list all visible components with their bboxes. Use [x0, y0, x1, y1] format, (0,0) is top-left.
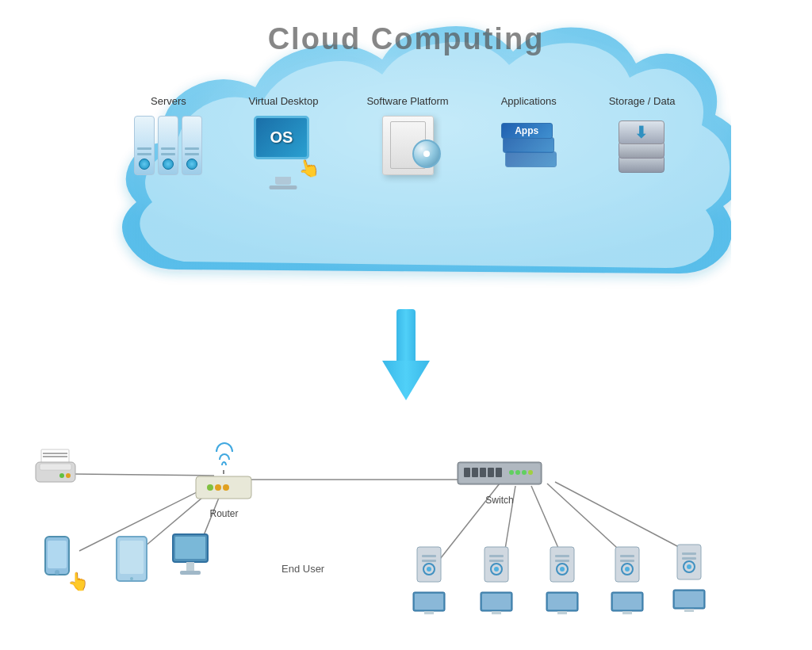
svg-rect-84 [684, 609, 694, 612]
desktop-pc-3 [546, 545, 579, 618]
apps-icon: Apps [497, 113, 561, 177]
svg-rect-48 [422, 555, 436, 557]
svg-point-47 [427, 567, 431, 572]
applications-label: Applications [501, 95, 557, 107]
desktop-tower-icon-5 [676, 543, 703, 584]
svg-rect-67 [548, 594, 576, 610]
svg-rect-28 [180, 571, 201, 575]
svg-rect-68 [557, 611, 567, 614]
svg-rect-81 [682, 557, 696, 560]
router-icon [194, 470, 254, 505]
cloud-item-servers: Servers [136, 95, 200, 177]
svg-rect-51 [415, 594, 443, 610]
software-platform-label: Software Platform [366, 95, 448, 107]
svg-rect-36 [464, 468, 470, 477]
svg-rect-20 [48, 541, 67, 568]
svg-point-63 [560, 567, 565, 572]
storage-label: Storage / Data [609, 95, 676, 107]
svg-point-41 [509, 470, 514, 475]
servers-label: Servers [151, 95, 186, 107]
svg-rect-39 [488, 468, 494, 477]
desktop-device-left [170, 533, 210, 587]
svg-point-33 [223, 484, 229, 491]
switch-icon [456, 458, 543, 491]
svg-rect-49 [422, 560, 436, 562]
end-user-label: End User [282, 563, 324, 575]
svg-point-42 [515, 470, 520, 475]
svg-point-55 [494, 567, 499, 572]
svg-point-71 [625, 567, 630, 572]
svg-rect-57 [489, 560, 504, 562]
wifi-icon [216, 442, 233, 465]
cloud-items-container: Servers [121, 95, 691, 177]
svg-point-79 [687, 564, 691, 569]
svg-point-24 [130, 577, 133, 580]
svg-rect-60 [492, 611, 501, 614]
svg-rect-40 [496, 468, 502, 477]
svg-point-32 [215, 484, 221, 491]
svg-rect-56 [489, 555, 504, 557]
svg-line-3 [75, 474, 214, 476]
virtual-desktop-label: Virtual Desktop [248, 95, 318, 107]
svg-point-44 [528, 470, 533, 475]
desktop-pc-2 [480, 545, 513, 618]
desktop-tower-icon [416, 545, 443, 587]
svg-point-18 [66, 473, 71, 478]
desktop-icon [170, 533, 210, 587]
switch-device: Switch [456, 458, 543, 506]
virtual-desktop-icon: OS 👆 [251, 113, 315, 177]
svg-rect-27 [186, 562, 194, 572]
cloud-title: Cloud Computing [268, 22, 545, 56]
svg-rect-14 [43, 456, 67, 457]
desktop-pc-5 [672, 543, 706, 616]
svg-point-31 [207, 484, 213, 491]
svg-point-43 [522, 470, 527, 475]
svg-rect-73 [620, 560, 634, 562]
svg-point-21 [55, 570, 59, 575]
desktop-pc-1 [412, 545, 446, 618]
cloud-item-storage: Storage / Data ⬇ [609, 95, 676, 177]
desktop-tower-icon-3 [549, 545, 576, 587]
cloud-diagram: Cloud Computing Servers [81, 8, 731, 341]
cloud-download-arrow [382, 309, 430, 404]
printer-device [32, 448, 79, 491]
desktop-tower-icon-4 [614, 545, 642, 587]
cloud-item-virtual-desktop: Virtual Desktop OS 👆 [248, 95, 318, 177]
storage-icon: ⬇ [611, 113, 674, 177]
svg-rect-65 [555, 560, 569, 562]
mobile-device: 👆 [44, 535, 79, 586]
svg-rect-76 [622, 611, 632, 614]
svg-rect-13 [43, 453, 67, 454]
server-icon [136, 113, 200, 177]
software-icon [376, 113, 439, 177]
svg-rect-38 [480, 468, 486, 477]
svg-rect-72 [620, 555, 634, 557]
desktop-tower-icon-2 [483, 545, 511, 587]
svg-rect-75 [613, 594, 642, 610]
svg-rect-23 [120, 541, 144, 574]
printer-icon [32, 448, 79, 491]
svg-rect-64 [555, 555, 569, 557]
tablet-icon [115, 535, 155, 587]
svg-rect-26 [175, 537, 205, 559]
svg-point-17 [59, 473, 64, 478]
cloud-item-applications: Applications Apps [497, 95, 561, 177]
svg-rect-0 [396, 309, 416, 365]
desktop-pc-4 [611, 545, 644, 618]
tablet-device-left [115, 535, 155, 587]
router-label: Router [209, 508, 238, 519]
svg-marker-1 [382, 361, 430, 400]
svg-rect-16 [40, 464, 71, 470]
svg-rect-37 [472, 468, 478, 477]
network-diagram: 👆 [0, 404, 812, 650]
mobile-icon: 👆 [44, 535, 79, 586]
router-device: Router [194, 442, 254, 519]
svg-rect-80 [682, 552, 696, 555]
svg-rect-83 [675, 591, 703, 607]
svg-rect-59 [482, 594, 511, 610]
switch-label: Switch [485, 495, 513, 506]
cloud-item-software-platform: Software Platform [366, 95, 448, 177]
svg-rect-52 [424, 611, 434, 614]
